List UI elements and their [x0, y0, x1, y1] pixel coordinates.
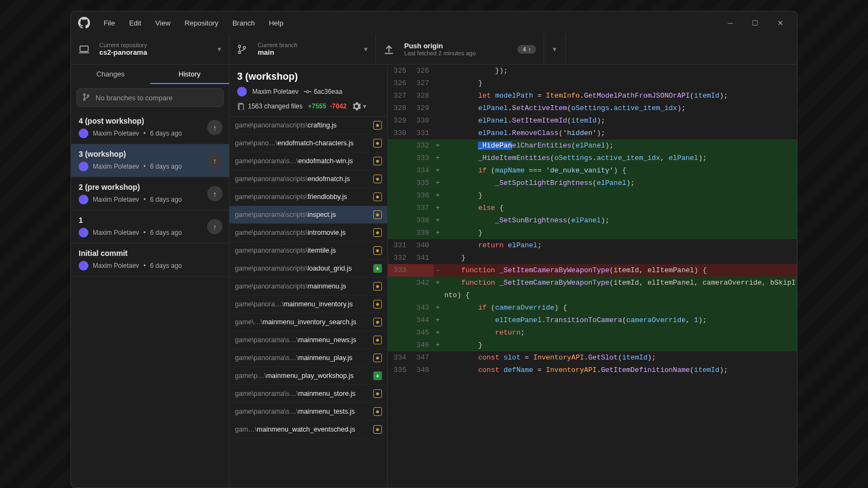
diff-line[interactable]: 326327 }: [388, 77, 797, 89]
diff-line[interactable]: 333+ _HideItemEntities(oSettings.active_…: [388, 152, 797, 164]
diff-view[interactable]: 325326 });326327 }327328 let modelPath =…: [388, 65, 797, 487]
modified-icon: [373, 228, 382, 237]
file-row[interactable]: game\p…\mainmenu_play_workshop.js: [229, 367, 387, 385]
commit-row[interactable]: 3 (workshop) Maxim Poletaev • 6 days ago…: [71, 144, 229, 177]
old-line-number: 327: [388, 89, 411, 102]
chevron-down-icon: ▾: [218, 45, 221, 53]
old-line-number: [388, 177, 411, 189]
file-row[interactable]: game\panorama\s…\mainmenu_tests.js: [229, 403, 387, 421]
diff-line[interactable]: 325326 });: [388, 65, 797, 77]
commit-title: 1: [79, 216, 222, 224]
diff-line[interactable]: 336+ }: [388, 189, 797, 202]
file-row[interactable]: game\panorama\scripts\endofmatch.js: [229, 170, 387, 188]
repo-dropdown[interactable]: Current repository cs2-panorama ▾: [71, 34, 229, 64]
diff-line[interactable]: 333- function _SetItemCameraByWeaponType…: [388, 264, 797, 277]
menu-repository[interactable]: Repository: [178, 16, 225, 30]
diff-line[interactable]: 345+ return;: [388, 326, 797, 339]
file-row[interactable]: game\panorama\s…\endofmatch-win.js: [229, 152, 387, 170]
old-line-number: 332: [388, 252, 411, 264]
push-button[interactable]: Push origin Last fetched 2 minutes ago 4…: [376, 34, 544, 64]
diff-line[interactable]: 334347 const slot = InventoryAPI.GetSlot…: [388, 351, 797, 364]
diff-line[interactable]: 329330 elPanel.SetItemItemId(itemId);: [388, 114, 797, 127]
tab-changes[interactable]: Changes: [71, 65, 150, 84]
new-line-number: 336: [411, 189, 433, 202]
svg-point-3: [238, 51, 240, 53]
old-line-number: 333: [388, 264, 411, 277]
diff-line[interactable]: 334+ if (mapName === 'de_nuke_vanity') {: [388, 164, 797, 177]
git-branch-icon: [237, 44, 250, 54]
close-button[interactable]: ✕: [768, 13, 793, 33]
push-commit-button[interactable]: ↑: [207, 186, 222, 201]
menu-edit[interactable]: Edit: [123, 16, 148, 30]
diff-line[interactable]: 332+ _HidePanelCharEntities(elPanel);: [388, 139, 797, 152]
push-commit-button[interactable]: ↑: [207, 120, 222, 135]
file-row[interactable]: game\panorama\scripts\itemtile.js: [229, 242, 387, 260]
diff-line[interactable]: 339+ }: [388, 227, 797, 239]
diff-line[interactable]: 331340 return elPanel;: [388, 239, 797, 252]
branch-dropdown[interactable]: Current branch main ▾: [229, 34, 376, 64]
diff-line[interactable]: 330331 elPanel.RemoveClass('hidden');: [388, 127, 797, 139]
avatar: [79, 129, 88, 138]
push-commit-button[interactable]: ↑: [207, 219, 222, 234]
push-commit-button[interactable]: ↑: [207, 153, 222, 168]
tab-history[interactable]: History: [150, 65, 229, 84]
new-line-number: 348: [411, 364, 433, 376]
old-line-number: [388, 139, 411, 152]
diff-line[interactable]: 337+ else {: [388, 202, 797, 214]
added-icon: [373, 264, 382, 273]
commit-title: 3 (workshop): [79, 150, 222, 158]
commit-title: 3 (workshop): [237, 71, 380, 82]
menu-file[interactable]: File: [97, 16, 122, 30]
svg-point-7: [87, 94, 89, 96]
file-row[interactable]: game\panorama\scripts\loadout_grid.js: [229, 260, 387, 278]
compare-branch-button[interactable]: No branches to compare: [76, 88, 224, 107]
file-row[interactable]: game\panorama\scripts\friendlobby.js: [229, 188, 387, 206]
old-line-number: 331: [388, 239, 411, 252]
file-row[interactable]: game\panorama\scripts\crafting.js: [229, 117, 387, 134]
file-row[interactable]: game\panora…\mainmenu_inventory.js: [229, 296, 387, 313]
commit-time: 6 days ago: [150, 163, 182, 170]
diff-line[interactable]: 335+ _SetSpotlightBrightness(elPanel);: [388, 177, 797, 189]
commit-author: Maxim Poletaev: [93, 130, 139, 137]
diff-line[interactable]: 332341 }: [388, 252, 797, 264]
file-row[interactable]: game\…\mainmenu_inventory_search.js: [229, 313, 387, 331]
diff-stats: +7555 -7042: [308, 102, 347, 110]
diff-line[interactable]: 343+ if (cameraOverride) {: [388, 301, 797, 314]
diff-line[interactable]: 327328 let modelPath = ItemInfo.GetModel…: [388, 89, 797, 102]
diff-line[interactable]: 335348 const defName = InventoryAPI.GetI…: [388, 364, 797, 376]
commit-author: Maxim Poletaev: [93, 262, 139, 269]
menu-help[interactable]: Help: [263, 16, 290, 30]
commit-row[interactable]: 1 Maxim Poletaev • 6 days ago ↑: [71, 210, 229, 243]
svg-rect-0: [80, 46, 88, 51]
file-row[interactable]: game\panorama\s…\mainmenu_news.js: [229, 331, 387, 349]
maximize-button[interactable]: ☐: [743, 13, 768, 33]
diff-line[interactable]: 344+ elItemPanel.TransitionToCamera(came…: [388, 314, 797, 326]
push-icon: [384, 44, 397, 55]
diff-line[interactable]: 346+ }: [388, 339, 797, 351]
commit-row[interactable]: 2 (pre workshop) Maxim Poletaev • 6 days…: [71, 177, 229, 210]
diff-line[interactable]: 338+ _SetSunBrightness(elPanel);: [388, 214, 797, 227]
commit-row[interactable]: 4 (post workshop) Maxim Poletaev • 6 day…: [71, 111, 229, 144]
diff-line[interactable]: 342+ function _SetItemCameraByWeaponType…: [388, 277, 797, 289]
menu-view[interactable]: View: [149, 16, 177, 30]
new-line-number: 345: [411, 326, 433, 339]
file-row[interactable]: game\panorama\scripts\inspect.js: [229, 206, 387, 224]
menu-branch[interactable]: Branch: [226, 16, 261, 30]
new-line-number: 330: [411, 114, 433, 127]
file-row[interactable]: gam…\mainmenu_watch_eventsched.js: [229, 421, 387, 439]
settings-button[interactable]: ▾: [352, 102, 366, 111]
modified-icon: [373, 407, 382, 416]
minimize-button[interactable]: ─: [718, 13, 743, 33]
modified-icon: [373, 354, 382, 362]
commit-row[interactable]: Initial commit Maxim Poletaev • 6 days a…: [71, 243, 229, 277]
new-line-number: 340: [411, 239, 433, 252]
diff-line[interactable]: nto) {: [388, 289, 797, 301]
file-row[interactable]: game\panorama\s…\mainmenu_store.js: [229, 385, 387, 403]
file-row[interactable]: game\panorama\s…\mainmenu_play.js: [229, 349, 387, 367]
push-menu-dropdown[interactable]: ▾: [544, 34, 566, 64]
diff-line[interactable]: 328329 elPanel.SetActiveItem(oSettings.a…: [388, 102, 797, 114]
file-row[interactable]: game\pano…\endofmatch-characters.js: [229, 134, 387, 152]
file-row[interactable]: game\panorama\scripts\mainmenu.js: [229, 278, 387, 296]
file-row[interactable]: game\panorama\scripts\intromovie.js: [229, 224, 387, 242]
new-line-number: 341: [411, 252, 433, 264]
